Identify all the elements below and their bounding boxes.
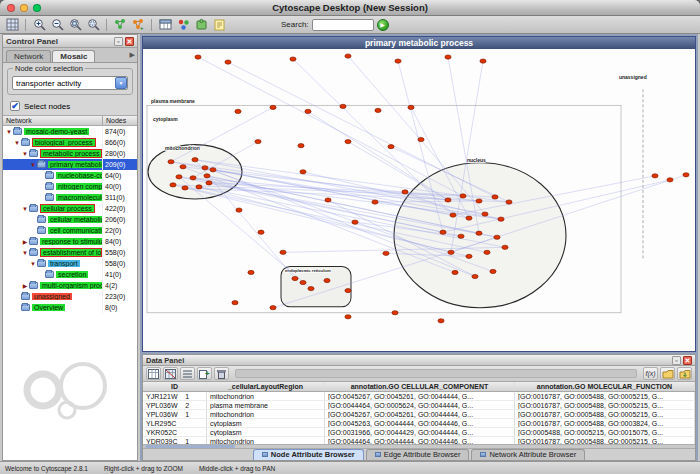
column-header[interactable]: annotation.GO MOLECULAR_FUNCTION xyxy=(515,382,695,391)
tree-row[interactable]: ▶macromolecule metabolic...311(0) xyxy=(3,192,137,203)
tree-column-network[interactable]: Network xyxy=(3,116,103,125)
network-node[interactable] xyxy=(176,175,182,179)
network-node[interactable] xyxy=(490,269,496,273)
expander-icon[interactable]: ▼ xyxy=(21,206,29,212)
new-network-from-selection-icon[interactable]: + xyxy=(130,17,146,32)
tree-row[interactable]: ▼metabolic process280(0) xyxy=(3,148,137,159)
network-node[interactable] xyxy=(292,276,298,280)
network-node[interactable] xyxy=(352,220,358,224)
import-attributes-icon[interactable] xyxy=(660,367,675,380)
network-node[interactable] xyxy=(300,280,306,284)
expander-icon[interactable]: ▶ xyxy=(21,282,29,289)
network-node[interactable] xyxy=(667,178,673,182)
network-node[interactable] xyxy=(345,139,351,143)
network-node[interactable] xyxy=(395,59,401,63)
network-node[interactable] xyxy=(408,105,414,109)
horizontal-scrollbar[interactable] xyxy=(143,444,695,448)
tree-row[interactable]: ▶cell communication22(0) xyxy=(3,225,137,236)
network-node[interactable] xyxy=(300,170,306,174)
delete-attribute-icon[interactable] xyxy=(214,367,229,380)
network-node[interactable] xyxy=(392,311,398,315)
network-node[interactable] xyxy=(298,144,304,148)
tab-network-attribute-browser[interactable]: Network Attribute Browser xyxy=(471,449,585,460)
table-cell[interactable]: [GO:0045267, GO:0045261, GO:0044444, G..… xyxy=(325,410,515,418)
tree-row[interactable]: ▼primary metabolic process209(0) xyxy=(3,159,137,170)
network-node[interactable] xyxy=(308,286,314,290)
network-node[interactable] xyxy=(445,55,451,59)
network-node[interactable] xyxy=(345,315,351,319)
network-node[interactable] xyxy=(290,57,296,61)
network-node[interactable] xyxy=(460,194,466,198)
network-node[interactable] xyxy=(388,145,394,149)
expander-icon[interactable]: ▼ xyxy=(21,250,29,256)
table-cell[interactable]: YKR052C xyxy=(143,428,207,436)
network-node[interactable] xyxy=(206,181,212,185)
network-node[interactable] xyxy=(445,198,451,202)
tree-row[interactable]: ▶unassigned223(0) xyxy=(3,291,137,302)
network-node[interactable] xyxy=(195,55,201,59)
close-panel-icon[interactable]: ✕ xyxy=(683,356,692,365)
table-cell[interactable]: cytoplasm xyxy=(207,428,325,436)
table-row[interactable]: YJR121W__1mitochondrion[GO:0045267, GO:0… xyxy=(143,392,695,401)
export-attributes-icon[interactable] xyxy=(677,367,692,380)
tree-column-nodes[interactable]: Nodes xyxy=(103,116,137,125)
network-node[interactable] xyxy=(372,200,378,204)
network-node[interactable] xyxy=(340,104,346,108)
attribute-list-icon[interactable] xyxy=(180,367,195,380)
table-cell[interactable]: [GO:0016787, GO:0005488, GO:0005215, G..… xyxy=(515,392,695,400)
network-node[interactable] xyxy=(325,198,331,202)
network-node[interactable] xyxy=(498,217,504,221)
network-node[interactable] xyxy=(182,186,188,190)
node-color-dropdown[interactable]: transporter activity ▼ xyxy=(12,76,128,90)
network-node[interactable] xyxy=(506,200,512,204)
tab-scroll-right-icon[interactable]: ▶ xyxy=(130,51,135,59)
column-header[interactable]: annotation.GO CELLULAR_COMPONENT xyxy=(325,382,515,391)
tab-network[interactable]: Network xyxy=(6,50,51,62)
table-cell[interactable]: plasma membrane xyxy=(207,401,325,409)
network-node[interactable] xyxy=(180,165,186,169)
network-node[interactable] xyxy=(196,185,202,189)
float-panel-icon[interactable]: ▫ xyxy=(672,356,681,365)
expander-icon[interactable]: ▼ xyxy=(29,261,37,267)
network-node[interactable] xyxy=(484,250,490,254)
network-node[interactable] xyxy=(270,105,276,109)
zoom-out-icon[interactable] xyxy=(49,17,65,32)
table-cell[interactable]: YDR039C__1 xyxy=(143,437,207,444)
tree-row[interactable]: ▼mosaic-demo-yeast874(0) xyxy=(3,126,137,137)
tree-row[interactable]: ▶Overview8(0) xyxy=(3,302,137,313)
network-node[interactable] xyxy=(402,190,408,194)
unselect-attributes-icon[interactable] xyxy=(163,367,178,380)
search-go-button[interactable]: ▶ xyxy=(377,19,389,31)
network-node[interactable] xyxy=(466,254,472,258)
network-node[interactable] xyxy=(466,216,472,220)
tab-edge-attribute-browser[interactable]: Edge Attribute Browser xyxy=(366,449,470,460)
tree-row[interactable]: ▶cellular metabolic process206(0) xyxy=(3,214,137,225)
table-cell[interactable]: mitochondrion xyxy=(207,437,325,444)
close-window-icon[interactable] xyxy=(7,4,15,12)
network-node[interactable] xyxy=(190,176,196,180)
network-node[interactable] xyxy=(494,235,500,239)
select-nodes-checkbox[interactable]: ✔ xyxy=(10,101,20,111)
zoom-window-icon[interactable] xyxy=(33,4,41,12)
network-node[interactable] xyxy=(450,213,456,217)
network-node[interactable] xyxy=(202,166,208,170)
network-node[interactable] xyxy=(248,270,254,274)
network-node[interactable] xyxy=(345,54,351,58)
tree-row[interactable]: ▶multi-organism process4(2) xyxy=(3,280,137,291)
network-node[interactable] xyxy=(236,208,242,212)
expander-icon[interactable]: ▼ xyxy=(13,140,21,146)
network-window-title[interactable]: primary metabolic process xyxy=(143,37,695,49)
tree-row[interactable]: ▼biological_process866(0) xyxy=(3,137,137,148)
first-neighbors-icon[interactable] xyxy=(112,17,128,32)
expander-icon[interactable]: ▶ xyxy=(21,238,29,245)
expander-icon[interactable]: ▼ xyxy=(21,151,29,157)
table-cell[interactable]: cytoplasm xyxy=(207,419,325,427)
network-node[interactable] xyxy=(458,234,464,238)
network-node[interactable] xyxy=(168,160,174,164)
tree-row[interactable]: ▼cellular process422(0) xyxy=(3,203,137,214)
table-cell[interactable]: [GO:0016787, GO:0005488, GO:0005215, G..… xyxy=(515,410,695,418)
network-canvas[interactable]: plasma membranecytoplasmmitochondrionnuc… xyxy=(143,49,695,351)
table-cell[interactable]: [GO:0044464, GO:0005624, GO:0044444, G..… xyxy=(325,401,515,409)
network-node[interactable] xyxy=(440,230,446,234)
network-node[interactable] xyxy=(383,251,389,255)
